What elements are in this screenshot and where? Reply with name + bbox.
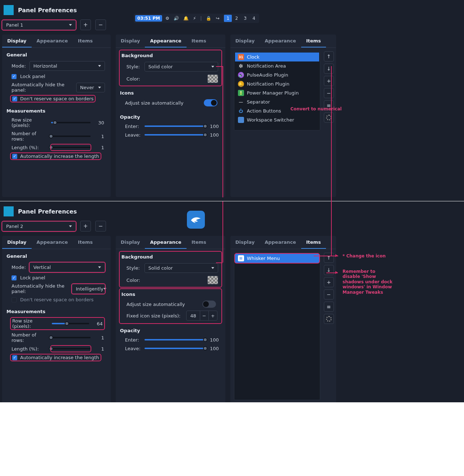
about-item-button[interactable] [324,314,334,324]
item-power-manager: 🔋Power Manager Plugin [235,88,319,97]
row-size-label: Row size (pixels): [12,117,47,128]
auto-hide-select[interactable]: Never [76,83,105,92]
tab-display[interactable]: Display [116,35,145,47]
opacity-leave-slider[interactable] [144,132,205,138]
style-label: Style: [127,265,141,271]
opacity-enter-label: Enter: [125,337,141,343]
icons-heading: Icons [121,292,220,297]
opacity-heading: Opacity [120,328,221,333]
lock-panel-checkbox[interactable]: ✓ [12,74,17,79]
tab-items[interactable]: Items [73,236,98,249]
num-rows-value: 1 [94,335,104,340]
reserve-space-checkbox[interactable]: ✓ [12,96,17,101]
add-item-button[interactable]: + [324,76,334,86]
mode-label: Mode: [12,265,26,270]
num-rows-label: Number of rows: [12,332,47,343]
tab-items[interactable]: Items [187,236,211,249]
lock-panel-checkbox[interactable]: ✓ [12,275,17,280]
item-pulseaudio: 🔊PulseAudio Plugin [235,70,319,79]
style-select[interactable]: Solid color [144,263,218,273]
tab-display[interactable]: Display [230,35,260,47]
remove-panel-button[interactable]: − [95,221,106,232]
row-size-value: 30 [94,120,104,125]
color-button[interactable] [207,74,218,83]
item-whisker-menu: ⊞Whisker Menu [235,254,319,263]
mode-label: Mode: [12,63,26,69]
length-label: Length (%): [12,145,47,150]
edit-item-button[interactable]: ≡ [324,302,334,312]
opacity-leave-label: Leave: [125,132,141,138]
tab-display[interactable]: Display [2,236,32,249]
add-panel-button[interactable]: + [80,19,91,30]
tab-appearance[interactable]: Appearance [145,236,186,249]
color-button[interactable] [207,276,218,284]
tab-items[interactable]: Items [301,236,326,249]
remove-item-button[interactable]: − [324,289,334,299]
life-ring-icon [326,115,332,120]
num-rows-slider[interactable] [51,335,91,340]
length-value: 1 [94,145,104,150]
opacity-enter-value: 100 [209,337,219,343]
background-heading: Background [121,53,220,58]
items-pane: Display Appearance Items 31Clock ✲Notifi… [230,35,336,197]
tab-appearance[interactable]: Appearance [145,35,186,47]
auto-hide-select[interactable]: Intelligently [72,284,105,294]
panel-selector[interactable]: Panel 1 [2,20,76,30]
adjust-size-toggle[interactable] [204,99,217,106]
opacity-leave-label: Leave: [125,346,141,351]
auto-length-checkbox[interactable]: ✓ [12,355,17,360]
about-item-button[interactable] [324,113,334,123]
item-notification-area: ✲Notification Area [235,61,319,70]
remove-panel-button[interactable]: − [95,19,106,30]
row-size-slider[interactable] [51,120,91,125]
opacity-enter-slider[interactable] [144,123,205,129]
add-item-button[interactable]: + [324,277,334,287]
grid-icon: ⊞ [238,255,244,261]
move-up-button[interactable]: ↑ [324,253,334,263]
remove-item-button[interactable]: − [324,88,334,98]
increment-button[interactable]: + [208,311,217,320]
tab-display[interactable]: Display [2,35,32,47]
general-heading: General [6,52,106,58]
tab-appearance[interactable]: Appearance [32,35,73,47]
row-size-value: 64 [93,321,103,326]
adjust-size-label: Adjust size automatically [125,100,184,106]
tab-items[interactable]: Items [187,35,211,47]
annotation-change-icon: * Change the icon [343,253,386,258]
tab-display[interactable]: Display [116,236,145,249]
num-rows-slider[interactable] [51,133,91,139]
mode-select[interactable]: Vertical [29,262,105,272]
opacity-enter-slider[interactable] [144,337,205,343]
panel-selector[interactable]: Panel 2 [2,221,76,231]
auto-length-checkbox[interactable]: ✓ [12,154,17,159]
window-title: Panel Preferences [18,7,77,14]
tab-appearance[interactable]: Appearance [259,236,301,249]
decrement-button[interactable]: − [200,311,208,320]
move-down-button[interactable]: ↓ [324,265,334,275]
tab-appearance[interactable]: Appearance [259,35,301,47]
tab-items[interactable]: Items [73,35,98,47]
speaker-icon: 🔊 [238,72,244,78]
opacity-enter-label: Enter: [125,124,141,129]
mode-select[interactable]: Horizontal [29,61,105,71]
tab-appearance[interactable]: Appearance [32,236,73,249]
auto-hide-label: Automatically hide the panel: [12,82,73,93]
lock-panel-label: Lock panel [20,74,45,79]
tab-display[interactable]: Display [230,236,260,249]
reserve-space-checkbox [12,297,17,302]
row-size-slider[interactable] [52,321,89,326]
tab-items[interactable]: Items [301,35,326,47]
add-panel-button[interactable]: + [80,221,91,232]
adjust-size-toggle[interactable] [202,301,216,308]
life-ring-icon [326,316,332,322]
opacity-leave-slider[interactable] [144,345,205,351]
fixed-icon-size-input[interactable]: 48 − + [186,311,217,321]
move-up-button[interactable]: ↑ [324,51,334,61]
items-list[interactable]: ⊞Whisker Menu [234,253,320,400]
items-list[interactable]: 31Clock ✲Notification Area 🔊PulseAudio P… [234,51,320,131]
length-slider[interactable] [51,145,91,150]
move-down-button[interactable]: ↓ [324,64,334,74]
gear-icon: ✲ [238,63,244,69]
length-slider[interactable] [51,346,91,352]
style-select[interactable]: Solid color [144,62,218,72]
